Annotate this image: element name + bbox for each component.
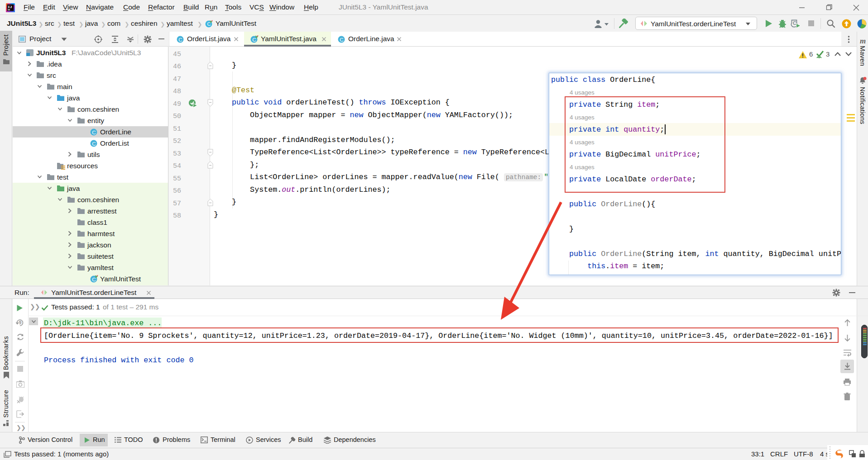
svg-text:C: C xyxy=(92,277,96,282)
svg-text:C: C xyxy=(340,37,343,43)
svg-text:IJ: IJ xyxy=(8,5,12,9)
svg-text:C: C xyxy=(252,37,256,43)
svg-text:C: C xyxy=(92,141,96,147)
svg-text:C: C xyxy=(178,37,182,43)
svg-text:C: C xyxy=(793,20,796,26)
svg-text:C: C xyxy=(92,130,96,135)
svg-text:C: C xyxy=(207,21,211,27)
svg-text:9: 9 xyxy=(19,320,22,325)
